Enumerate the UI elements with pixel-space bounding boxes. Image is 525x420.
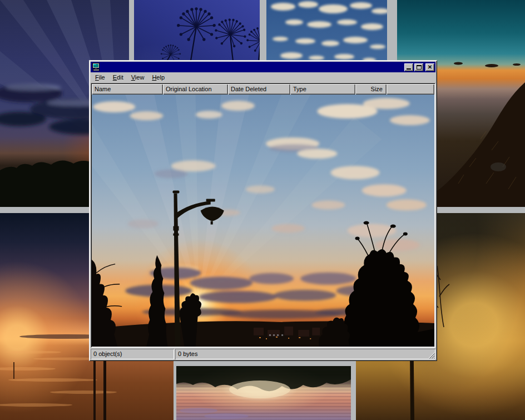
resize-grip-icon[interactable] [428,352,435,359]
column-header-row: Name Original Location Date Deleted Type… [92,84,434,95]
menu-help[interactable]: Help [148,73,169,82]
column-header-type[interactable]: Type [290,84,355,95]
status-objects: 0 object(s) [91,349,174,359]
menu-edit[interactable]: Edit [109,73,127,82]
list-view: Name Original Location Date Deleted Type… [91,83,435,348]
minimize-icon [407,68,411,70]
column-header-blank[interactable] [387,84,434,95]
recycle-bin-window: ✕ File Edit View Help Name Original Loca… [89,60,437,361]
status-size: 0 bytes [175,349,435,359]
maximize-button[interactable] [414,63,423,71]
computer-icon[interactable] [92,63,101,71]
column-header-date-deleted[interactable]: Date Deleted [228,84,290,95]
column-header-name[interactable]: Name [92,84,163,95]
close-icon: ✕ [428,65,432,70]
sunset-lamp-photo [92,95,434,347]
status-bar: 0 object(s) 0 bytes [91,349,435,359]
menu-file[interactable]: File [91,73,109,82]
menu-bar: File Edit View Help [91,72,435,83]
bg-photo-water-reflection [176,366,351,420]
close-button[interactable]: ✕ [425,63,434,71]
column-header-size[interactable]: Size [355,84,387,95]
column-header-original-location[interactable]: Original Location [163,84,228,95]
maximize-icon [417,65,422,70]
menu-view[interactable]: View [127,73,148,82]
window-titlebar[interactable]: ✕ [91,62,435,72]
minimize-button[interactable] [404,63,413,71]
